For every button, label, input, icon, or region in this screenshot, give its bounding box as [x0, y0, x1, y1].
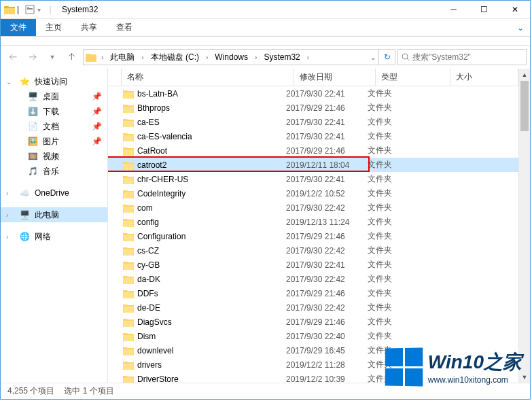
column-name[interactable]: 名称 — [122, 69, 294, 86]
file-type: 文件夹 — [362, 102, 437, 114]
close-button[interactable]: ✕ — [499, 1, 530, 19]
scroll-down-icon[interactable]: ▼ — [519, 371, 530, 383]
expand-icon[interactable]: ⌄ — [6, 78, 14, 86]
table-row[interactable]: Dism2017/9/30 22:40文件夹 — [108, 329, 518, 343]
sidebar-item[interactable]: 🎞️视频 — [1, 149, 107, 164]
scroll-up-icon[interactable]: ▲ — [519, 69, 530, 80]
expand-icon[interactable]: › — [6, 233, 14, 241]
table-row[interactable]: de-DE2017/9/30 22:42文件夹 — [108, 300, 518, 315]
document-icon: 📄 — [26, 120, 39, 133]
sidebar-item-label: 桌面 — [43, 91, 59, 103]
table-row[interactable]: chr-CHER-US2017/9/30 22:41文件夹 — [108, 172, 518, 186]
back-button[interactable]: 🡠 — [4, 48, 22, 66]
folder-icon — [123, 275, 134, 284]
sidebar-item[interactable]: 🖥️桌面📌 — [1, 89, 107, 104]
table-row[interactable]: downlevel2017/9/29 16:45文件夹 — [108, 343, 518, 358]
search-input[interactable]: 搜索"System32" — [397, 49, 527, 65]
scroll-thumb[interactable] — [520, 81, 529, 131]
file-name: DriverStore — [137, 374, 179, 383]
crumb-system32[interactable]: System32 — [260, 52, 304, 62]
crumb-windows[interactable]: Windows — [211, 52, 252, 62]
picture-icon: 🖼️ — [26, 135, 39, 147]
tab-share[interactable]: 共享 — [71, 19, 107, 36]
table-row[interactable]: DriverStore2019/12/2 10:39文件夹 — [108, 372, 518, 383]
sidebar-quickaccess[interactable]: ⌄ ⭐ 快速访问 — [1, 74, 107, 89]
table-row[interactable]: ca-ES-valencia2017/9/30 22:41文件夹 — [108, 129, 518, 143]
address-bar[interactable]: › 此电脑› 本地磁盘 (C:)› Windows› System32› ⌄ ↻ — [83, 49, 395, 65]
expand-icon[interactable]: › — [6, 211, 14, 219]
column-date[interactable]: 修改日期 — [294, 69, 376, 86]
tab-view[interactable]: 查看 — [107, 19, 142, 36]
minimize-button[interactable]: ─ — [438, 1, 469, 19]
sidebar-item-label: 下载 — [43, 106, 59, 118]
crumb-drive[interactable]: 本地磁盘 (C:) — [147, 52, 203, 63]
crumb-thispc[interactable]: 此电脑 — [106, 52, 139, 63]
tab-home[interactable]: 主页 — [36, 19, 71, 36]
file-type: 文件夹 — [362, 145, 437, 156]
sidebar-item[interactable]: 🎵音乐 — [1, 164, 107, 179]
refresh-button[interactable]: ↻ — [378, 50, 395, 65]
chevron-right-icon[interactable]: › — [139, 54, 146, 61]
column-size[interactable]: 大小 — [450, 69, 518, 86]
video-icon: 🎞️ — [26, 150, 39, 162]
pin-icon: 📌 — [92, 92, 102, 101]
table-row[interactable]: cs-CZ2017/9/30 22:42文件夹 — [108, 243, 518, 258]
table-row[interactable]: DiagSvcs2017/9/29 21:46文件夹 — [108, 315, 518, 329]
file-date: 2017/9/30 22:40 — [281, 332, 362, 341]
expand-icon[interactable]: › — [6, 190, 14, 197]
sidebar-network[interactable]: › 🌐 网络 — [1, 229, 107, 244]
file-type: 文件夹 — [362, 359, 437, 370]
pin-icon: 📌 — [92, 122, 102, 131]
vertical-scrollbar[interactable]: ▲ ▼ — [518, 69, 530, 383]
svg-point-4 — [402, 54, 408, 59]
table-row[interactable]: DDFs2017/9/29 21:46文件夹 — [108, 286, 518, 300]
sidebar-thispc[interactable]: › 🖥️ 此电脑 — [1, 207, 107, 222]
table-row[interactable]: drivers2019/12/2 11:28文件夹 — [108, 358, 518, 372]
table-row[interactable]: CatRoot2017/9/29 21:46文件夹 — [108, 143, 518, 158]
table-row[interactable]: Bthprops2017/9/29 21:46文件夹 — [108, 101, 518, 115]
table-row[interactable]: bs-Latn-BA2017/9/30 22:41文件夹 — [108, 86, 518, 101]
file-type: 文件夹 — [362, 159, 437, 171]
table-row[interactable]: config2019/12/13 11:24文件夹 — [108, 215, 518, 229]
address-dropdown[interactable]: ⌄ — [368, 54, 378, 61]
ribbon-expand-icon[interactable]: ⌄ — [511, 19, 530, 36]
column-type[interactable]: 类型 — [376, 69, 450, 86]
file-type: 文件夹 — [362, 216, 437, 228]
chevron-right-icon[interactable]: › — [304, 54, 312, 61]
chevron-right-icon[interactable]: › — [99, 54, 106, 61]
table-row[interactable]: CodeIntegrity2019/12/2 10:52文件夹 — [108, 186, 518, 201]
table-row[interactable]: ca-ES2017/9/30 22:41文件夹 — [108, 115, 518, 129]
sidebar-item[interactable]: 📄文档📌 — [1, 119, 107, 134]
file-type: 文件夹 — [362, 316, 437, 328]
file-tab[interactable]: 文件 — [1, 19, 36, 36]
table-row[interactable]: catroot22019/12/11 18:04文件夹 — [108, 158, 518, 172]
folder-icon — [123, 103, 134, 113]
chevron-right-icon[interactable]: › — [252, 54, 260, 61]
maximize-button[interactable]: ☐ — [469, 1, 499, 19]
chevron-right-icon[interactable]: › — [203, 54, 211, 61]
file-type: 文件夹 — [362, 173, 437, 185]
table-row[interactable]: com2017/9/30 22:42文件夹 — [108, 201, 518, 215]
sidebar-item[interactable]: ⬇️下载📌 — [1, 104, 107, 119]
ribbon: 文件 主页 共享 查看 ⌄ — [1, 19, 530, 37]
file-date: 2017/9/29 21:46 — [281, 317, 362, 327]
file-type: 文件夹 — [362, 373, 437, 383]
up-button[interactable]: 🡡 — [63, 48, 81, 66]
properties-icon[interactable] — [24, 3, 36, 16]
file-name: chr-CHER-US — [137, 175, 188, 184]
file-date: 2017/9/30 22:42 — [281, 303, 362, 313]
table-row[interactable]: cy-GB2017/9/30 22:41文件夹 — [108, 258, 518, 272]
recent-dropdown[interactable]: ▼ — [43, 48, 61, 66]
folder-icon — [123, 374, 134, 383]
forward-button[interactable]: 🡢 — [24, 48, 41, 66]
sidebar-item[interactable]: 🖼️图片📌 — [1, 134, 107, 149]
column-headers: 名称 修改日期 类型 大小 — [108, 69, 518, 86]
table-row[interactable]: Configuration2017/9/29 21:46文件夹 — [108, 229, 518, 243]
file-date: 2017/9/30 22:42 — [281, 275, 362, 284]
sidebar-onedrive[interactable]: › ☁️ OneDrive — [1, 186, 107, 201]
file-name: CatRoot — [137, 146, 167, 156]
table-row[interactable]: da-DK2017/9/30 22:42文件夹 — [108, 272, 518, 286]
file-date: 2017/9/29 21:46 — [281, 232, 362, 241]
status-bar: 4,255 个项目 选中 1 个项目 — [1, 383, 530, 399]
folder-icon — [123, 303, 134, 313]
